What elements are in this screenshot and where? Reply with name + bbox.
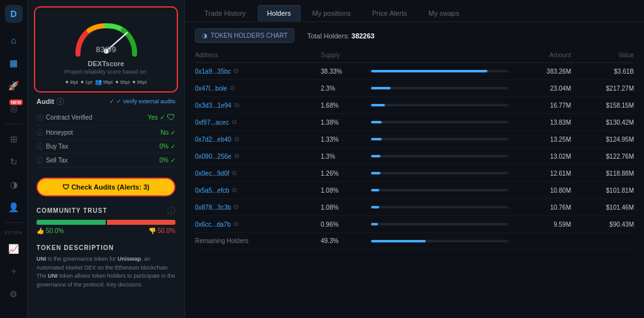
bar-cell-1: [371, 87, 514, 89]
th-value: Value: [577, 52, 634, 59]
logo[interactable]: D: [5, 5, 23, 23]
sidebar-icon-rocket[interactable]: 🚀: [4, 76, 24, 96]
address-link-9[interactable]: 0x6cc...da7b: [195, 221, 231, 228]
amount-cell-7: 10.80M: [514, 187, 577, 194]
copy-icon-7[interactable]: ⧉: [232, 186, 236, 194]
supply-cell-6: 1.26%: [321, 170, 371, 177]
good-pct: 50.0%: [46, 227, 64, 234]
amount-cell-9: 9.59M: [514, 221, 577, 228]
contract-verified-label: Contract Verified: [46, 114, 92, 121]
bar-bg-2: [371, 104, 508, 106]
tab-my-swaps[interactable]: My swaps: [419, 5, 469, 21]
sidebar-icon-chart[interactable]: ▦: [4, 53, 24, 73]
address-cell-7: 0x5a5...efcb ⧉: [195, 186, 321, 194]
audit-row-buy-tax-label: i Buy Tax: [36, 143, 68, 150]
amount-cell-5: 13.02M: [514, 153, 577, 160]
address-link-6[interactable]: 0x0ec...9d0f: [195, 170, 229, 177]
sidebar-icon-add[interactable]: ＋: [4, 261, 24, 281]
copy-icon-5[interactable]: ⧉: [235, 152, 239, 160]
holders-table: Address Supply Amount Value 0x1a9...35bc…: [185, 49, 644, 318]
bar-fill-4: [371, 138, 382, 140]
bar-cell-9: [371, 223, 514, 225]
bar-bg-3: [371, 121, 508, 123]
tab-trade-history[interactable]: Trade History: [195, 5, 255, 21]
tab-holders[interactable]: Holders: [258, 5, 301, 21]
total-holders-text: Total Holders: 382263: [307, 32, 374, 40]
buy-tax-value: 0% ✓: [160, 143, 175, 150]
amount-cell-6: 12.61M: [514, 170, 577, 177]
tab-my-positions[interactable]: My positions: [303, 5, 360, 21]
table-row: 0x47l...bole ⧉ 2.3% 23.04M $217.27M: [195, 80, 634, 97]
sidebar-icon-grid[interactable]: ⊞: [4, 129, 24, 149]
copy-icon-3[interactable]: ⧉: [232, 118, 236, 126]
table-body: 0x1a9...35bc ⧉ 38.33% 383.26M $3.61B 0x4…: [195, 63, 634, 249]
tab-price-alerts[interactable]: Price Alerts: [363, 5, 417, 21]
bar-fill-3: [371, 121, 382, 123]
bar-bg-4: [371, 138, 508, 140]
copy-icon-0[interactable]: ⧉: [234, 67, 238, 75]
sidebar-divider-2: [4, 222, 23, 223]
buy-tax-label: Buy Tax: [46, 143, 68, 150]
sidebar-icon-activity[interactable]: 📈: [4, 239, 24, 259]
copy-icon-4[interactable]: ⧉: [235, 135, 239, 143]
trust-bar-good: [36, 220, 106, 225]
address-link-3[interactable]: 0xf97...acec: [195, 119, 229, 126]
sidebar-icon-refresh[interactable]: ↻: [4, 152, 24, 172]
address-link-4[interactable]: 0x7d2...eb40: [195, 136, 231, 143]
amount-cell-0: 383.26M: [514, 68, 577, 75]
address-link-8[interactable]: 0x878...3c3b: [195, 204, 231, 211]
info-icon-buy: i: [36, 143, 43, 150]
contract-verified-text: Yes: [148, 114, 158, 121]
address-link-2[interactable]: 0x3d3...1e94: [195, 102, 231, 109]
reliability-text: Project reliability score based on:: [64, 69, 147, 75]
sell-tax-text: 0%: [160, 157, 169, 164]
address-cell-9: 0x6cc...da7b ⧉: [195, 220, 321, 228]
supply-cell-3: 1.38%: [321, 119, 371, 126]
table-row: 0x090...256e ⧉ 1.3% 13.02M $122.76M: [195, 148, 634, 165]
copy-icon-1[interactable]: ⧉: [230, 84, 235, 92]
pill-icon-4: ●: [115, 79, 118, 85]
sidebar-icon-settings[interactable]: ⚙: [4, 284, 24, 304]
copy-icon-9[interactable]: ⧉: [234, 220, 238, 228]
sidebar-icon-new[interactable]: ◎ NEW: [4, 98, 24, 118]
copy-icon-8[interactable]: ⧉: [234, 203, 238, 211]
bar-cell-3: [371, 121, 514, 123]
table-row: 0xf97...acec ⧉ 1.38% 13.83M $130.42M: [195, 114, 634, 131]
address-cell-5: 0x090...256e ⧉: [195, 152, 321, 160]
sell-tax-value: 0% ✓: [160, 157, 175, 164]
bar-cell-5: [371, 155, 514, 157]
copy-icon-6[interactable]: ⧉: [232, 169, 236, 177]
amount-cell-4: 13.25M: [514, 136, 577, 143]
bar-fill-8: [371, 206, 379, 208]
bar-fill-6: [371, 172, 380, 174]
address-link-0[interactable]: 0x1a9...35bc: [195, 68, 231, 75]
supply-cell-4: 1.33%: [321, 136, 371, 143]
bar-cell-0: [371, 70, 514, 72]
token-holders-chart-button[interactable]: ◑ TOKEN HOLDERS CHART: [195, 28, 294, 43]
bar-bg-1: [371, 87, 508, 89]
address-link-1[interactable]: 0x47l...bole: [195, 85, 227, 92]
sidebar-icon-user[interactable]: 👤: [4, 197, 24, 217]
check-audits-button[interactable]: 🛡 Check Audits (Alerts: 3): [36, 178, 175, 196]
pill-icon-5: ●: [132, 79, 135, 85]
verify-link[interactable]: ✓ ✓ Verify external audits: [109, 98, 175, 105]
bar-fill-2: [371, 104, 385, 106]
value-cell-8: $101.46M: [577, 204, 634, 211]
community-bad-value: 👎 50.0%: [148, 227, 175, 234]
contract-verified-check: ✓: [160, 114, 165, 121]
value-cell-5: $122.76M: [577, 153, 634, 160]
value-cell-6: $118.88M: [577, 170, 634, 177]
bar-cell-10: [371, 240, 514, 242]
address-link-7[interactable]: 0x5a5...efcb: [195, 187, 229, 194]
sidebar-icon-home[interactable]: ⌂: [4, 30, 24, 50]
buy-tax-check: ✓: [170, 143, 175, 150]
copy-icon-2[interactable]: ⧉: [235, 101, 239, 109]
address-link-5[interactable]: 0x090...256e: [195, 153, 231, 160]
sidebar-icon-pie[interactable]: ◑: [4, 174, 24, 195]
supply-cell-9: 0.96%: [321, 221, 371, 228]
honeypot-value: No ✓: [160, 129, 175, 136]
value-cell-7: $101.81M: [577, 187, 634, 194]
supply-cell-10: 49.3%: [321, 237, 371, 244]
total-holders-value: 382263: [352, 32, 375, 40]
audit-row-buy-tax: i Buy Tax 0% ✓: [36, 140, 175, 154]
